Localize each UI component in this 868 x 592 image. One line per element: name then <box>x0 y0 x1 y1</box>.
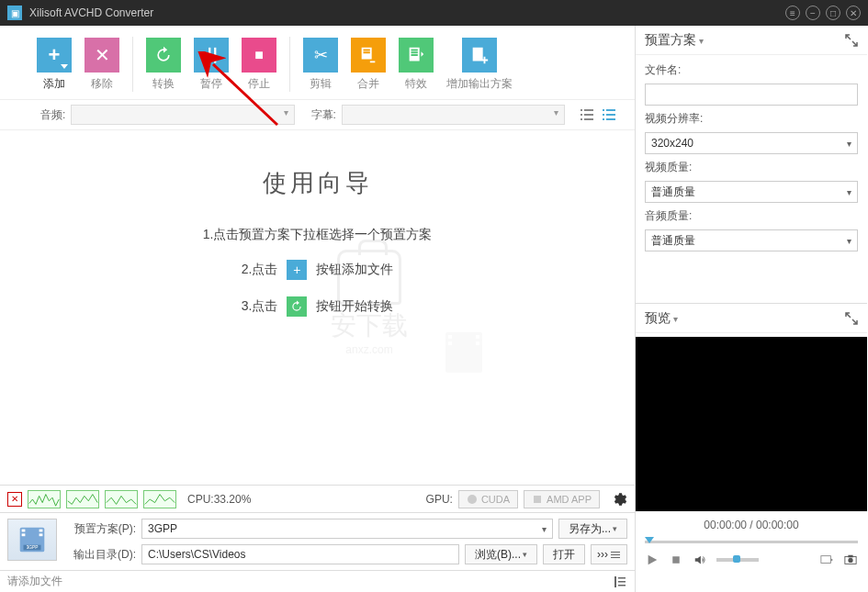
svg-rect-32 <box>618 585 626 586</box>
video-quality-label: 视频质量: <box>645 160 858 175</box>
wizard-step-3: 3.点击 按钮开始转换 <box>242 296 394 317</box>
profile-select[interactable]: 3GPP <box>141 519 553 539</box>
cpu-disable-button[interactable]: ✕ <box>7 492 22 507</box>
svg-text:3GPP: 3GPP <box>27 545 39 550</box>
app-icon: ▣ <box>7 6 22 20</box>
expand-preset-icon[interactable] <box>845 34 858 47</box>
stop-icon <box>242 38 276 73</box>
detail-view-button[interactable] <box>602 107 616 122</box>
amd-app-button[interactable]: AMD APP <box>524 490 600 508</box>
profile-label: 预置方案(P): <box>64 521 136 537</box>
svg-rect-29 <box>614 576 616 587</box>
convert-icon <box>146 38 181 73</box>
status-bar: 请添加文件 <box>0 570 635 592</box>
add-icon <box>37 38 72 73</box>
add-label: 添加 <box>43 76 65 92</box>
filename-label: 文件名: <box>645 62 858 78</box>
side-panel: 预置方案 文件名: 视频分辨率: 320x240 视频质量: 普通质量 音频质量… <box>636 26 867 592</box>
video-quality-select[interactable]: 普通质量 <box>645 181 858 203</box>
preset-panel-header: 预置方案 <box>636 26 867 55</box>
merge-icon <box>351 38 386 73</box>
gpu-label: GPU: <box>426 493 453 506</box>
svg-point-36 <box>848 558 852 563</box>
svg-rect-15 <box>476 335 479 339</box>
minimize-button[interactable]: − <box>806 6 820 20</box>
close-button[interactable]: ✕ <box>846 6 861 20</box>
pause-icon <box>194 38 229 73</box>
svg-rect-7 <box>606 109 615 111</box>
subtitle-select[interactable] <box>342 105 565 125</box>
settings-menu-button[interactable]: ≡ <box>785 6 800 20</box>
advanced-button[interactable]: ››› <box>591 544 627 564</box>
preview-video-area <box>636 337 867 511</box>
svg-rect-31 <box>618 581 626 583</box>
app-title: Xilisoft AVCHD Converter <box>29 6 785 19</box>
svg-point-17 <box>468 495 477 504</box>
audio-quality-label: 音频质量: <box>645 208 858 224</box>
effects-button[interactable]: 特效 <box>399 38 434 92</box>
cuda-button[interactable]: CUDA <box>458 490 518 508</box>
volume-slider[interactable] <box>716 558 759 562</box>
remove-icon <box>85 38 119 73</box>
svg-rect-23 <box>39 533 43 536</box>
pause-label: 暂停 <box>200 76 222 92</box>
volume-icon[interactable] <box>693 553 707 567</box>
stop-button[interactable]: 停止 <box>242 38 276 92</box>
svg-rect-22 <box>39 530 43 532</box>
wizard-step-1: 1.点击预置方案下拉框选择一个预置方案 <box>203 227 433 243</box>
cpu-settings-button[interactable] <box>611 491 627 508</box>
svg-rect-37 <box>848 555 852 558</box>
pause-button[interactable]: 暂停 <box>194 38 229 92</box>
add-profile-label: 增加输出方案 <box>446 76 513 92</box>
play-button[interactable] <box>645 553 659 567</box>
merge-button[interactable]: 合并 <box>351 38 386 92</box>
svg-rect-4 <box>581 118 582 120</box>
profile-thumbnail: 3GPP <box>7 519 57 561</box>
convert-button[interactable]: 转换 <box>146 38 181 92</box>
loop-button[interactable] <box>819 553 834 567</box>
svg-rect-3 <box>584 114 593 116</box>
filename-input[interactable] <box>645 84 858 106</box>
audio-subtitle-row: 音频: 字幕: <box>0 99 635 130</box>
preset-panel-body: 文件名: 视频分辨率: 320x240 视频质量: 普通质量 音频质量: 普通质… <box>636 55 867 259</box>
convert-small-icon <box>287 296 307 317</box>
svg-rect-20 <box>22 530 26 532</box>
effects-label: 特效 <box>405 76 427 92</box>
stop-preview-button[interactable] <box>669 553 683 567</box>
audio-quality-select[interactable]: 普通质量 <box>645 229 858 251</box>
main-panel: 添加 移除 转换 暂停 <box>0 26 636 592</box>
svg-rect-28 <box>611 557 620 558</box>
open-button[interactable]: 打开 <box>543 544 585 564</box>
svg-rect-1 <box>584 109 593 111</box>
remove-label: 移除 <box>91 76 113 92</box>
expand-preview-icon[interactable] <box>845 312 858 325</box>
svg-rect-6 <box>603 109 604 111</box>
preset-title[interactable]: 预置方案 <box>645 32 845 49</box>
browse-button[interactable]: 浏览(B)... <box>465 544 537 564</box>
stop-label: 停止 <box>248 76 270 92</box>
maximize-button[interactable]: □ <box>826 6 840 20</box>
audio-select[interactable] <box>71 105 294 125</box>
status-hint: 请添加文件 <box>7 574 62 589</box>
list-view-button[interactable] <box>580 107 594 122</box>
add-button[interactable]: 添加 <box>37 38 72 92</box>
svg-rect-0 <box>581 109 582 111</box>
output-dir-input[interactable]: C:\Users\CS\Videos <box>141 544 459 564</box>
svg-rect-21 <box>22 533 26 536</box>
subtitle-label: 字幕: <box>311 107 336 123</box>
remove-button[interactable]: 移除 <box>85 38 119 92</box>
status-list-icon[interactable] <box>613 575 627 589</box>
save-as-button[interactable]: 另存为... <box>558 519 627 539</box>
add-profile-button[interactable]: 增加输出方案 <box>446 38 513 92</box>
svg-rect-5 <box>584 118 593 120</box>
svg-rect-8 <box>603 114 604 116</box>
cpu-usage-label: CPU:33.20% <box>187 493 251 506</box>
preview-seek-slider[interactable] <box>636 537 867 546</box>
cut-button[interactable]: 剪辑 <box>303 38 338 92</box>
wizard-step-2: 2.点击 + 按钮添加文件 <box>242 260 394 280</box>
cpu-core-graph <box>105 490 138 508</box>
merge-label: 合并 <box>357 76 379 92</box>
snapshot-button[interactable] <box>843 553 858 567</box>
svg-rect-30 <box>618 577 626 579</box>
resolution-select[interactable]: 320x240 <box>645 132 858 154</box>
